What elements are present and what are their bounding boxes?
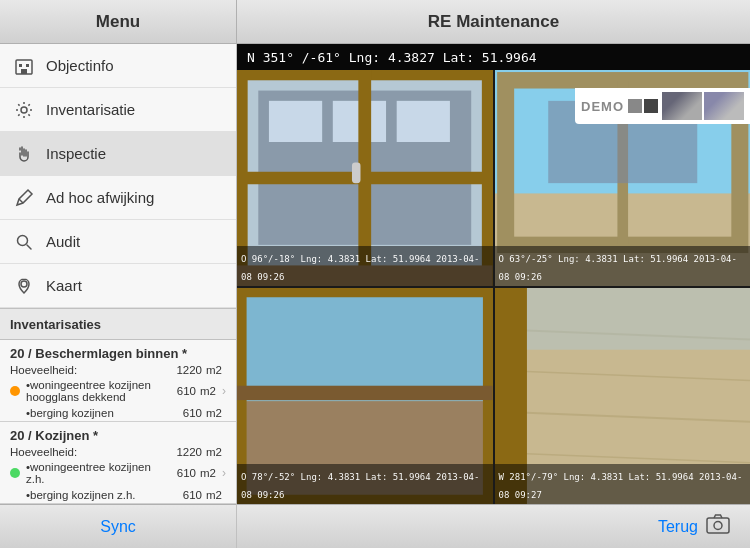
main-header: RE Maintenance	[237, 0, 750, 43]
sidebar-item-inventarisatie[interactable]: Inventarisatie	[0, 88, 236, 132]
inv-group-1-title: 20 / Beschermlagen binnen *	[0, 340, 236, 363]
svg-rect-33	[526, 288, 750, 350]
inv-group-1-hoeveelheid: Hoeveelheid: 1220 m2	[0, 363, 236, 377]
hoeveelheid-value-2: 1220	[166, 446, 202, 458]
inv-row-text: •berging kozijnen z.h.	[26, 489, 166, 501]
inv-row-text: •woningeentree kozijnen z.h.	[26, 461, 160, 485]
inv-row[interactable]: •woningeentree kozijnen z.h. 610 m2 ›	[0, 459, 236, 487]
hand-icon	[10, 140, 38, 168]
chevron-right-icon: ›	[222, 384, 226, 398]
gear-icon	[10, 96, 38, 124]
app-header: Menu RE Maintenance	[0, 0, 750, 44]
photo-cell-1[interactable]: O 96°/-18° Lng: 4.3831 Lat: 51.9964 2013…	[237, 70, 493, 286]
inv-row-unit: m2	[200, 467, 220, 479]
main-content: Objectinfo Inventarisatie Inspectie	[0, 44, 750, 548]
nav-section: Objectinfo Inventarisatie Inspectie	[0, 44, 236, 309]
svg-rect-1	[19, 64, 22, 67]
inv-row-text: •woningeentree kozijnen hoogglans dekken…	[26, 379, 160, 403]
inv-group-1: 20 / Beschermlagen binnen * Hoeveelheid:…	[0, 340, 236, 422]
sidebar-item-adhoc[interactable]: Ad hoc afwijking	[0, 176, 236, 220]
demo-sq-1	[628, 99, 642, 113]
photo-info-2: O 63°/-25° Lng: 4.3831 Lat: 51.9964 2013…	[499, 254, 737, 282]
svg-point-5	[18, 235, 28, 245]
sidebar-footer: Sync	[0, 504, 236, 548]
inventory-list: 20 / Beschermlagen binnen * Hoeveelheid:…	[0, 340, 236, 504]
svg-rect-11	[397, 101, 450, 142]
main-footer: Terug	[237, 504, 750, 548]
hoeveelheid-label-1: Hoeveelheid:	[10, 364, 166, 376]
sidebar-item-inspectie-label: Inspectie	[46, 145, 106, 162]
inventarisaties-header: Inventarisaties	[0, 309, 236, 340]
hoeveelheid-value-1: 1220	[166, 364, 202, 376]
demo-photo-2	[704, 92, 744, 120]
gps-bar: N 351° /-61° Lng: 4.3827 Lat: 51.9964	[237, 44, 750, 70]
sidebar-item-adhoc-label: Ad hoc afwijking	[46, 189, 154, 206]
svg-point-35	[714, 522, 722, 530]
main-area-wrapper: DEMO N 351° /-61° Lng: 4.3827 Lat: 51.99…	[237, 44, 750, 548]
svg-rect-2	[26, 64, 29, 67]
map-icon	[10, 272, 38, 300]
camera-icon[interactable]	[706, 514, 730, 539]
svg-point-4	[21, 107, 27, 113]
search-icon	[10, 228, 38, 256]
demo-photo-1	[662, 92, 702, 120]
inv-row-num: 610	[166, 407, 202, 419]
photo-overlay-3: O 78°/-52° Lng: 4.3831 Lat: 51.9964 2013…	[237, 464, 493, 504]
menu-title: Menu	[96, 12, 140, 32]
invisible-dot	[10, 490, 20, 500]
sidebar-item-objectinfo-label: Objectinfo	[46, 57, 114, 74]
sidebar-item-audit-label: Audit	[46, 233, 80, 250]
photo-cell-3[interactable]: O 78°/-52° Lng: 4.3831 Lat: 51.9964 2013…	[237, 288, 493, 504]
inv-group-2-title: 20 / Kozijnen *	[0, 422, 236, 445]
photo-grid: O 96°/-18° Lng: 4.3831 Lat: 51.9964 2013…	[237, 70, 750, 504]
inventarisaties-title: Inventarisaties	[10, 317, 101, 332]
photo-overlay-4: W 281°/-79° Lng: 4.3831 Lat: 51.9964 201…	[495, 464, 751, 504]
terug-button[interactable]: Terug	[658, 518, 698, 536]
building-icon	[10, 52, 38, 80]
sidebar-item-objectinfo[interactable]: Objectinfo	[0, 44, 236, 88]
orange-dot	[10, 386, 20, 396]
svg-rect-34	[707, 518, 729, 533]
main-title: RE Maintenance	[428, 12, 559, 32]
demo-squares	[628, 99, 658, 113]
inv-row-unit: m2	[206, 407, 226, 419]
menu-header: Menu	[0, 0, 237, 43]
sidebar: Objectinfo Inventarisatie Inspectie	[0, 44, 237, 548]
sidebar-item-inspectie[interactable]: Inspectie	[0, 132, 236, 176]
inv-row-text: •berging kozijnen	[26, 407, 166, 419]
inv-group-2-hoeveelheid: Hoeveelheid: 1220 m2	[0, 445, 236, 459]
inv-row-num: 610	[160, 467, 196, 479]
photo-cell-4[interactable]: W 281°/-79° Lng: 4.3831 Lat: 51.9964 201…	[495, 288, 751, 504]
svg-rect-15	[352, 163, 361, 184]
inv-row: •berging kozijnen z.h. 610 m2	[0, 487, 236, 503]
inv-row[interactable]: •woningeentree kozijnen hoogglans dekken…	[0, 377, 236, 405]
svg-point-6	[21, 281, 27, 287]
gps-text: N 351° /-61° Lng: 4.3827 Lat: 51.9964	[247, 50, 537, 65]
svg-rect-3	[21, 69, 27, 74]
pencil-icon	[10, 184, 38, 212]
inv-group-2: 20 / Kozijnen * Hoeveelheid: 1220 m2 •wo…	[0, 422, 236, 504]
hoeveelheid-unit-2: m2	[206, 446, 226, 458]
sidebar-item-inventarisatie-label: Inventarisatie	[46, 101, 135, 118]
green-dot	[10, 468, 20, 478]
inv-row-num: 610	[166, 489, 202, 501]
hoeveelheid-unit-1: m2	[206, 364, 226, 376]
sidebar-item-audit[interactable]: Audit	[0, 220, 236, 264]
demo-sq-2	[644, 99, 658, 113]
photo-info-1: O 96°/-18° Lng: 4.3831 Lat: 51.9964 2013…	[241, 254, 479, 282]
photo-overlay-1: O 96°/-18° Lng: 4.3831 Lat: 51.9964 2013…	[237, 246, 493, 286]
sidebar-item-kaart-label: Kaart	[46, 277, 82, 294]
chevron-right-icon: ›	[222, 466, 226, 480]
sync-button[interactable]: Sync	[100, 518, 136, 536]
inv-row-num: 610	[160, 385, 196, 397]
inv-row-unit: m2	[206, 489, 226, 501]
demo-photos	[662, 92, 744, 120]
svg-rect-24	[237, 288, 493, 401]
sidebar-item-kaart[interactable]: Kaart	[0, 264, 236, 308]
photo-overlay-2: O 63°/-25° Lng: 4.3831 Lat: 51.9964 2013…	[495, 246, 751, 286]
hoeveelheid-label-2: Hoeveelheid:	[10, 446, 166, 458]
inv-row-unit: m2	[200, 385, 220, 397]
svg-rect-9	[269, 101, 322, 142]
photo-info-3: O 78°/-52° Lng: 4.3831 Lat: 51.9964 2013…	[241, 472, 479, 500]
demo-area: DEMO	[575, 88, 750, 124]
